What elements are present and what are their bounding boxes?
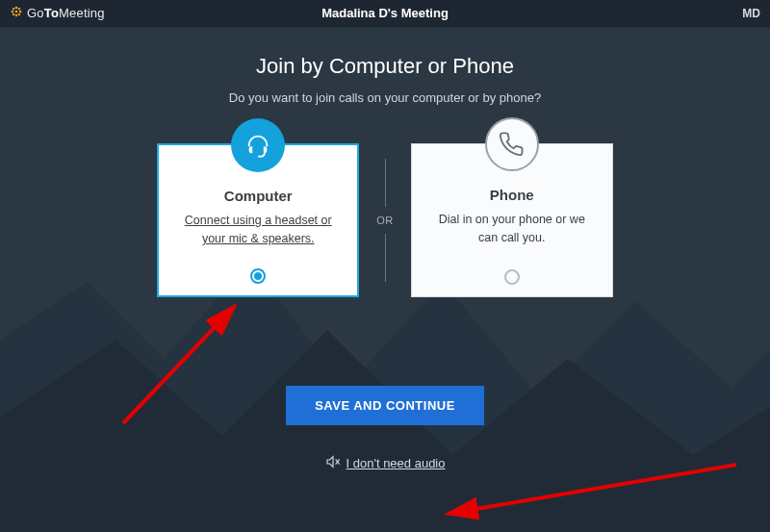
svg-point-8 xyxy=(18,13,20,15)
radio-computer[interactable] xyxy=(250,268,266,284)
option-desc-computer[interactable]: Connect using a headset or your mic & sp… xyxy=(176,212,340,249)
svg-point-7 xyxy=(13,13,14,15)
option-title-computer: Computer xyxy=(176,188,340,204)
save-and-continue-button[interactable]: SAVE AND CONTINUE xyxy=(286,386,484,425)
radio-phone[interactable] xyxy=(504,269,520,285)
app-name: GoToMeeting xyxy=(27,6,105,20)
svg-point-1 xyxy=(15,7,18,10)
option-desc-phone: Dial in on your phone or we can call you… xyxy=(429,211,595,248)
no-audio-text[interactable]: I don't need audio xyxy=(346,456,446,470)
page-subtitle: Do you want to join calls on your comput… xyxy=(0,90,770,105)
option-card-phone[interactable]: Phone Dial in on your phone or we can ca… xyxy=(411,143,613,297)
flower-icon xyxy=(10,5,23,21)
audio-option-cards: Computer Connect using a headset or your… xyxy=(0,143,770,297)
header-bar: GoToMeeting Madalina D's Meeting MD xyxy=(0,0,770,27)
mute-icon xyxy=(325,454,341,472)
main-content: Join by Computer or Phone Do you want to… xyxy=(0,27,770,473)
headset-icon xyxy=(231,118,285,172)
phone-icon xyxy=(485,117,539,171)
header-right: MD xyxy=(742,7,760,20)
separator-line-bottom xyxy=(385,234,386,282)
svg-point-2 xyxy=(15,14,18,17)
svg-point-0 xyxy=(15,11,18,13)
user-initials[interactable]: MD xyxy=(742,7,760,20)
logo-part-meeting: Meeting xyxy=(59,6,105,20)
no-audio-link[interactable]: I don't need audio xyxy=(325,454,446,472)
page-title: Join by Computer or Phone xyxy=(0,54,770,79)
or-separator: OR xyxy=(376,159,394,282)
separator-line-top xyxy=(385,159,386,207)
svg-point-3 xyxy=(12,11,14,13)
logo-part-go: Go xyxy=(27,6,44,20)
option-title-phone: Phone xyxy=(429,187,595,203)
logo-part-to: To xyxy=(44,6,59,20)
app-logo: GoToMeeting xyxy=(10,5,105,21)
option-card-computer[interactable]: Computer Connect using a headset or your… xyxy=(157,143,359,297)
svg-point-6 xyxy=(18,8,20,10)
meeting-title: Madalina D's Meeting xyxy=(0,6,770,20)
svg-point-4 xyxy=(19,11,22,13)
or-label: OR xyxy=(376,215,394,226)
svg-point-5 xyxy=(13,8,14,10)
